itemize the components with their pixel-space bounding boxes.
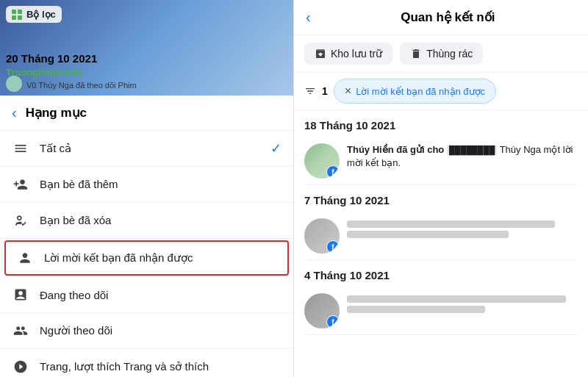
fb-badge-1: f xyxy=(326,165,340,179)
right-title: Quan hệ kết nối xyxy=(320,10,576,25)
menu-label-followers: Người theo dõi xyxy=(40,324,282,337)
banner-subtitle: Vũ Thúy Nga đã theo dõi Phim xyxy=(26,81,137,90)
menu-item-followers[interactable]: Người theo dõi xyxy=(0,313,293,349)
person-remove-icon xyxy=(12,212,29,229)
menu-item-friends-removed[interactable]: Bạn bè đã xóa xyxy=(0,203,293,239)
menu-item-friend-requests[interactable]: Lời mời kết bạn đã nhận được xyxy=(4,240,289,276)
left-panel: Bộ lọc 20 Tháng 10 2021 Truongthinh.info… xyxy=(0,0,294,377)
filter-chip-friend-requests[interactable]: × Lời mời kết bạn đã nhận được xyxy=(334,79,496,104)
menu-label-pages-liked: Trang, lượt thích Trang và sở thích xyxy=(40,360,282,373)
notif-text-1: Thúy Hiền đã gửi cho ████████ Thúy Nga m… xyxy=(347,143,578,170)
notification-item-1: f Thúy Hiền đã gửi cho ████████ Thúy Nga… xyxy=(304,137,578,185)
notification-item-2: f xyxy=(304,212,578,260)
fb-badge-3: f xyxy=(326,315,340,328)
filter-icon xyxy=(304,85,316,97)
filter-chip-close[interactable]: × xyxy=(345,85,351,98)
fb-badge-2: f xyxy=(326,240,340,254)
banner-avatar xyxy=(6,76,22,92)
person-add-icon xyxy=(12,176,29,193)
filter-chip-row: 1 × Lời mời kết bạn đã nhận được xyxy=(294,73,588,110)
archive-label: Kho lưu trữ xyxy=(331,48,382,60)
filter-bar[interactable]: Bộ lọc xyxy=(6,6,62,23)
section-date-2: 7 Tháng 10 2021 xyxy=(304,185,578,212)
notif-avatar-1: f xyxy=(304,143,340,179)
notif-name-before: Thúy Hiền đã gửi cho xyxy=(347,144,447,155)
section-date-1: 18 Tháng 10 2021 xyxy=(304,110,578,137)
right-header: ‹ Quan hệ kết nối xyxy=(294,0,588,35)
right-content: 18 Tháng 10 2021 f Thúy Hiền đã gửi cho … xyxy=(294,110,588,377)
following-icon xyxy=(12,286,29,304)
menu-label-all: Tất cả xyxy=(40,142,260,155)
notif-text-3 xyxy=(347,293,578,315)
notif-text-2 xyxy=(347,218,578,240)
filter-chip-count: 1 xyxy=(322,85,328,97)
category-header: ‹ Hạng mục xyxy=(0,96,293,131)
action-row: Kho lưu trữ Thùng rác xyxy=(294,35,588,73)
section-date-3: 4 Tháng 10 2021 xyxy=(304,260,578,287)
check-icon: ✓ xyxy=(270,140,282,157)
notification-item-3: f xyxy=(304,287,578,335)
list-icon xyxy=(12,140,29,157)
menu-item-following[interactable]: Đang theo dõi xyxy=(0,277,293,313)
menu-label-friends-removed: Bạn bè đã xóa xyxy=(40,214,282,227)
trash-button[interactable]: Thùng rác xyxy=(400,43,483,65)
notif-blurred-name: ████████ xyxy=(447,145,497,155)
person-request-icon xyxy=(16,249,34,267)
archive-button[interactable]: Kho lưu trữ xyxy=(304,43,392,65)
right-panel: ‹ Quan hệ kết nối Kho lưu trữ Thùng rác … xyxy=(294,0,588,377)
filter-chip-label: Lời mời kết bạn đã nhận được xyxy=(356,86,485,97)
menu-label-friends-added: Bạn bè đã thêm xyxy=(40,178,282,191)
menu-item-friends-added[interactable]: Bạn bè đã thêm xyxy=(0,167,293,203)
menu-item-all[interactable]: Tất cả ✓ xyxy=(0,131,293,167)
banner-date: 20 Tháng 10 2021 xyxy=(6,52,97,65)
menu-label-following: Đang theo dõi xyxy=(40,289,282,301)
filter-icon xyxy=(12,10,22,20)
filter-label: Bộ lọc xyxy=(26,9,56,20)
menu-list: Tất cả ✓ Bạn bè đã thêm Bạn bè đã xóa Lờ… xyxy=(0,131,293,377)
menu-label-friend-requests: Lời mời kết bạn đã nhận được xyxy=(44,251,277,265)
menu-item-pages-liked[interactable]: Trang, lượt thích Trang và sở thích xyxy=(0,349,293,377)
notif-avatar-3: f xyxy=(304,293,340,328)
back-button[interactable]: ‹ xyxy=(12,104,17,121)
trash-label: Thùng rác xyxy=(426,48,473,60)
followers-icon xyxy=(12,322,29,340)
top-banner: Bộ lọc 20 Tháng 10 2021 Truongthinh.info… xyxy=(0,0,293,96)
notif-avatar-2: f xyxy=(304,218,340,254)
right-back-button[interactable]: ‹ xyxy=(306,9,311,26)
pages-icon xyxy=(12,358,29,376)
category-title: Hạng mục xyxy=(26,105,87,121)
